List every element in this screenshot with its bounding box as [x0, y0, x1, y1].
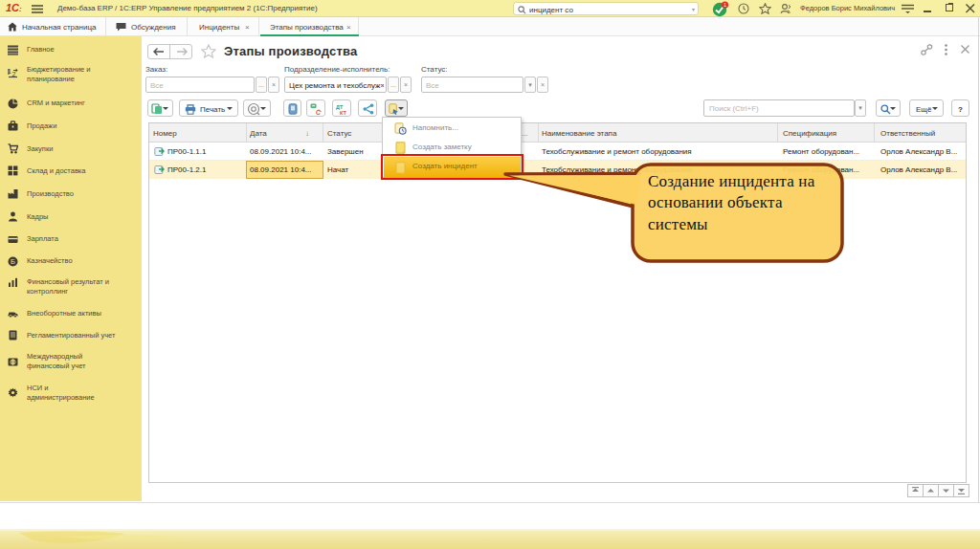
- svg-text:КТ: КТ: [340, 110, 346, 116]
- svg-text:C: C: [316, 109, 321, 116]
- svg-text:1: 1: [8, 68, 11, 75]
- svg-text:1: 1: [724, 2, 726, 8]
- svg-text:2: 2: [12, 71, 16, 77]
- svg-text:Б: Б: [11, 257, 15, 266]
